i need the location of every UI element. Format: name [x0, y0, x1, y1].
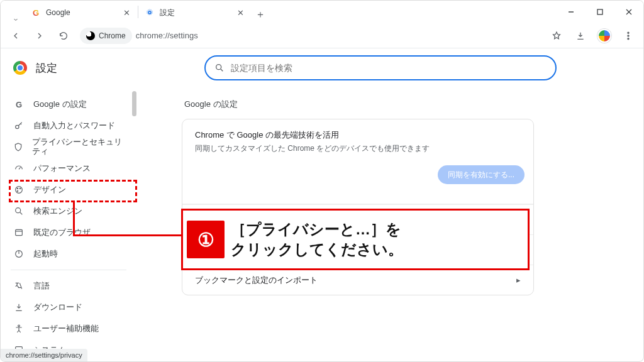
google-settings-card: Chrome で Google の最先端技術を活用 同期してカスタマイズした C…	[182, 119, 534, 295]
tab-title: 設定	[160, 8, 175, 18]
row-label: Chrome プロファイルをカスタマイズ	[195, 244, 333, 256]
address-bar[interactable]: Chrome chrome://settings	[77, 26, 201, 45]
sidebar-item-label: Google の設定	[33, 99, 87, 110]
tab-search-icon[interactable]	[7, 16, 25, 23]
chrome-chip-icon	[86, 31, 95, 40]
svg-line-11	[19, 167, 21, 169]
search-icon	[214, 63, 225, 73]
row-label: ブックマークと設定のインポート	[195, 275, 318, 286]
svg-point-13	[17, 188, 18, 189]
settings-search[interactable]	[204, 55, 557, 80]
new-tab-button[interactable]: ＋	[252, 6, 269, 23]
sidebar-item-appearance[interactable]: デザイン	[1, 179, 136, 200]
download-icon	[13, 302, 25, 312]
tab-settings[interactable]: 設定 ✕	[138, 2, 252, 23]
svg-point-5	[628, 32, 629, 33]
row-customize-profile[interactable]: Chrome プロファイルをカスタマイズ ▸	[182, 234, 533, 265]
settings-search-input[interactable]	[231, 63, 547, 73]
svg-point-15	[17, 190, 18, 191]
sidebar-item-accessibility[interactable]: ユーザー補助機能	[1, 318, 136, 339]
sidebar-item-downloads[interactable]: ダウンロード	[1, 297, 136, 318]
sidebar-item-label: パフォーマンス	[33, 163, 91, 174]
svg-point-10	[16, 125, 19, 128]
downloads-icon[interactable]	[570, 26, 591, 46]
status-text: chrome://settings/privacy	[6, 351, 82, 359]
address-text: chrome://settings	[136, 31, 198, 40]
svg-point-16	[16, 208, 21, 213]
close-icon[interactable]: ✕	[121, 8, 131, 18]
chevron-right-icon: ▸	[516, 245, 521, 255]
card-subtitle: 同期してカスタマイズした Chrome をどのデバイスでも使用できます	[195, 143, 521, 154]
sidebar-divider	[11, 270, 126, 270]
svg-point-22	[18, 325, 20, 327]
sidebar-item-default-browser[interactable]: 既定のブラウザ	[1, 222, 136, 243]
site-chip-label: Chrome	[99, 31, 126, 40]
enable-sync-button[interactable]: 同期を有効にする...	[438, 165, 525, 184]
row-import-bookmarks[interactable]: ブックマークと設定のインポート ▸	[182, 265, 533, 295]
sidebar-item-label: ダウンロード	[33, 302, 82, 313]
sidebar-item-label: 検索エンジン	[33, 206, 82, 217]
sidebar-item-label: 言語	[33, 280, 50, 292]
tab-google[interactable]: G Google ✕	[25, 2, 138, 23]
svg-point-14	[19, 188, 20, 189]
kebab-menu-icon[interactable]	[618, 26, 638, 46]
sidebar-item-on-startup[interactable]: 起動時	[1, 243, 136, 265]
tab-strip: G Google ✕ 設定 ✕ ＋	[1, 1, 643, 23]
settings-sidebar: G Google の設定 自動入力とパスワード プライバシーとセキュリティ パフ…	[1, 87, 136, 361]
section-heading: Google の設定	[184, 99, 643, 110]
sidebar-item-label: 起動時	[33, 248, 58, 260]
bookmark-star-icon[interactable]	[547, 26, 567, 46]
window-maximize-button[interactable]	[586, 2, 614, 22]
sidebar-item-label: 既定のブラウザ	[33, 227, 91, 238]
google-g-icon: G	[13, 100, 25, 109]
power-icon	[13, 249, 25, 259]
profile-avatar[interactable]	[594, 26, 614, 46]
sidebar-item-label: デザイン	[33, 184, 66, 195]
sidebar-item-autofill[interactable]: 自動入力とパスワード	[1, 115, 136, 136]
external-link-icon: ⧉	[515, 215, 521, 225]
svg-rect-2	[597, 9, 602, 14]
svg-line-17	[20, 212, 22, 214]
browser-icon	[13, 228, 25, 238]
key-icon	[13, 121, 25, 131]
svg-point-8	[216, 65, 221, 70]
sidebar-scrollbar[interactable]	[132, 91, 136, 116]
reload-button[interactable]	[53, 26, 74, 46]
row-label: Google アカウントの管理	[195, 214, 289, 226]
sidebar-item-search-engine[interactable]: 検索エンジン	[1, 200, 136, 222]
toolbar: Chrome chrome://settings	[1, 23, 643, 48]
search-icon	[13, 206, 25, 216]
shield-icon	[13, 142, 23, 152]
row-manage-account[interactable]: Google アカウントの管理 ⧉	[182, 204, 533, 234]
card-title: Chrome で Google の最先端技術を活用	[195, 129, 521, 141]
paint-icon	[13, 185, 25, 195]
translate-icon	[13, 281, 25, 291]
svg-line-9	[221, 69, 223, 71]
sidebar-item-google[interactable]: G Google の設定	[1, 94, 136, 115]
window-minimize-button[interactable]	[557, 2, 586, 22]
sidebar-item-privacy[interactable]: プライバシーとセキュリティ	[1, 136, 136, 158]
chrome-logo-icon	[13, 61, 27, 75]
google-favicon-icon: G	[31, 8, 41, 18]
accessibility-icon	[13, 324, 25, 334]
svg-point-7	[628, 38, 629, 39]
sidebar-item-label: 自動入力とパスワード	[33, 120, 115, 131]
forward-button[interactable]	[30, 26, 50, 46]
sidebar-item-languages[interactable]: 言語	[1, 275, 136, 297]
settings-header: 設定	[1, 48, 643, 87]
page-title: 設定	[36, 61, 57, 75]
close-icon[interactable]: ✕	[235, 8, 245, 18]
tab-title: Google	[46, 8, 70, 17]
settings-favicon-icon	[145, 8, 155, 18]
back-button[interactable]	[6, 26, 26, 46]
status-bar: chrome://settings/privacy	[1, 349, 87, 361]
speed-icon	[13, 163, 25, 173]
chevron-right-icon: ▸	[516, 275, 521, 285]
site-chip[interactable]: Chrome	[80, 28, 132, 44]
svg-point-6	[628, 35, 629, 36]
window-close-button[interactable]	[614, 2, 643, 22]
settings-content: Google の設定 Chrome で Google の最先端技術を活用 同期し…	[136, 87, 643, 361]
svg-point-12	[16, 187, 23, 194]
sidebar-item-performance[interactable]: パフォーマンス	[1, 158, 136, 179]
svg-rect-18	[16, 229, 23, 235]
